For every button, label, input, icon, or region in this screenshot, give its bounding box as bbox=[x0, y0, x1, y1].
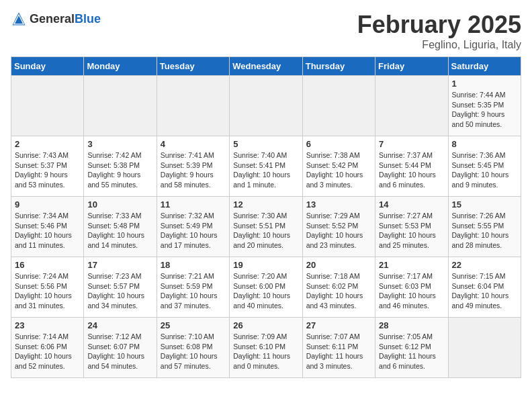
week-row-5: 23Sunrise: 7:14 AM Sunset: 6:06 PM Dayli… bbox=[11, 318, 521, 378]
day-number: 18 bbox=[161, 260, 226, 270]
day-info: Sunrise: 7:05 AM Sunset: 6:12 PM Dayligh… bbox=[379, 332, 444, 371]
day-info: Sunrise: 7:12 AM Sunset: 6:07 PM Dayligh… bbox=[87, 332, 152, 371]
day-info: Sunrise: 7:14 AM Sunset: 6:06 PM Dayligh… bbox=[15, 332, 80, 371]
day-number: 3 bbox=[87, 139, 152, 149]
day-info: Sunrise: 7:26 AM Sunset: 5:55 PM Dayligh… bbox=[452, 211, 517, 250]
day-info: Sunrise: 7:27 AM Sunset: 5:53 PM Dayligh… bbox=[379, 211, 444, 250]
page-header: GeneralBlue February 2025 Feglino, Ligur… bbox=[11, 11, 521, 51]
day-cell bbox=[375, 76, 448, 136]
day-cell bbox=[84, 76, 157, 136]
day-number: 8 bbox=[452, 139, 517, 149]
week-row-3: 9Sunrise: 7:34 AM Sunset: 5:46 PM Daylig… bbox=[11, 197, 521, 257]
day-info: Sunrise: 7:24 AM Sunset: 5:56 PM Dayligh… bbox=[15, 271, 80, 311]
day-info: Sunrise: 7:33 AM Sunset: 5:48 PM Dayligh… bbox=[87, 211, 152, 250]
day-number: 26 bbox=[233, 320, 298, 330]
calendar-table: SundayMondayTuesdayWednesdayThursdayFrid… bbox=[11, 56, 521, 378]
day-number: 22 bbox=[452, 260, 517, 270]
header-cell-monday: Monday bbox=[84, 57, 157, 76]
day-info: Sunrise: 7:10 AM Sunset: 6:08 PM Dayligh… bbox=[161, 332, 226, 371]
header-cell-saturday: Saturday bbox=[448, 57, 521, 76]
day-number: 1 bbox=[452, 79, 517, 89]
day-info: Sunrise: 7:21 AM Sunset: 5:59 PM Dayligh… bbox=[161, 271, 226, 311]
day-cell: 16Sunrise: 7:24 AM Sunset: 5:56 PM Dayli… bbox=[11, 257, 84, 318]
day-cell: 21Sunrise: 7:17 AM Sunset: 6:03 PM Dayli… bbox=[375, 257, 448, 318]
day-number: 23 bbox=[15, 320, 80, 330]
day-info: Sunrise: 7:40 AM Sunset: 5:41 PM Dayligh… bbox=[233, 150, 298, 190]
logo-icon bbox=[11, 11, 27, 27]
day-cell: 23Sunrise: 7:14 AM Sunset: 6:06 PM Dayli… bbox=[11, 318, 84, 378]
day-number: 12 bbox=[233, 199, 298, 210]
day-number: 6 bbox=[306, 139, 371, 149]
day-cell: 4Sunrise: 7:41 AM Sunset: 5:39 PM Daylig… bbox=[157, 136, 229, 197]
day-info: Sunrise: 7:36 AM Sunset: 5:45 PM Dayligh… bbox=[452, 150, 517, 190]
day-number: 19 bbox=[233, 260, 298, 270]
day-info: Sunrise: 7:23 AM Sunset: 5:57 PM Dayligh… bbox=[87, 271, 152, 311]
day-cell: 7Sunrise: 7:37 AM Sunset: 5:44 PM Daylig… bbox=[375, 136, 448, 197]
header-cell-sunday: Sunday bbox=[11, 57, 84, 76]
day-number: 15 bbox=[452, 199, 517, 210]
header-cell-thursday: Thursday bbox=[302, 57, 375, 76]
day-cell: 1Sunrise: 7:44 AM Sunset: 5:35 PM Daylig… bbox=[448, 76, 521, 136]
day-cell bbox=[157, 76, 229, 136]
day-cell bbox=[302, 76, 375, 136]
day-number: 21 bbox=[379, 260, 444, 270]
logo-general: General bbox=[30, 12, 75, 26]
day-cell: 14Sunrise: 7:27 AM Sunset: 5:53 PM Dayli… bbox=[375, 197, 448, 257]
day-number: 17 bbox=[87, 260, 152, 270]
day-number: 24 bbox=[87, 320, 152, 330]
day-cell: 20Sunrise: 7:18 AM Sunset: 6:02 PM Dayli… bbox=[302, 257, 375, 318]
day-cell: 3Sunrise: 7:42 AM Sunset: 5:38 PM Daylig… bbox=[84, 136, 157, 197]
day-cell: 28Sunrise: 7:05 AM Sunset: 6:12 PM Dayli… bbox=[375, 318, 448, 378]
logo: GeneralBlue bbox=[11, 11, 101, 27]
day-number: 2 bbox=[15, 139, 80, 149]
day-info: Sunrise: 7:07 AM Sunset: 6:11 PM Dayligh… bbox=[306, 332, 371, 371]
day-number: 4 bbox=[161, 139, 226, 149]
day-cell: 5Sunrise: 7:40 AM Sunset: 5:41 PM Daylig… bbox=[230, 136, 302, 197]
day-cell: 25Sunrise: 7:10 AM Sunset: 6:08 PM Dayli… bbox=[157, 318, 229, 378]
day-number: 14 bbox=[379, 199, 444, 210]
week-row-2: 2Sunrise: 7:43 AM Sunset: 5:37 PM Daylig… bbox=[11, 136, 521, 197]
day-cell: 18Sunrise: 7:21 AM Sunset: 5:59 PM Dayli… bbox=[157, 257, 229, 318]
day-cell: 9Sunrise: 7:34 AM Sunset: 5:46 PM Daylig… bbox=[11, 197, 84, 257]
day-info: Sunrise: 7:18 AM Sunset: 6:02 PM Dayligh… bbox=[306, 271, 371, 311]
day-number: 13 bbox=[306, 199, 371, 210]
day-cell: 19Sunrise: 7:20 AM Sunset: 6:00 PM Dayli… bbox=[230, 257, 302, 318]
day-cell: 8Sunrise: 7:36 AM Sunset: 5:45 PM Daylig… bbox=[448, 136, 521, 197]
day-number: 5 bbox=[233, 139, 298, 149]
title-area: February 2025 Feglino, Liguria, Italy bbox=[357, 11, 521, 51]
day-cell: 11Sunrise: 7:32 AM Sunset: 5:49 PM Dayli… bbox=[157, 197, 229, 257]
day-number: 25 bbox=[161, 320, 226, 330]
day-info: Sunrise: 7:32 AM Sunset: 5:49 PM Dayligh… bbox=[161, 211, 226, 250]
day-info: Sunrise: 7:41 AM Sunset: 5:39 PM Dayligh… bbox=[161, 150, 226, 190]
day-cell: 13Sunrise: 7:29 AM Sunset: 5:52 PM Dayli… bbox=[302, 197, 375, 257]
location-subtitle: Feglino, Liguria, Italy bbox=[357, 39, 521, 51]
day-cell: 24Sunrise: 7:12 AM Sunset: 6:07 PM Dayli… bbox=[84, 318, 157, 378]
header-row: SundayMondayTuesdayWednesdayThursdayFrid… bbox=[11, 57, 521, 76]
day-cell: 22Sunrise: 7:15 AM Sunset: 6:04 PM Dayli… bbox=[448, 257, 521, 318]
day-number: 27 bbox=[306, 320, 371, 330]
day-cell: 27Sunrise: 7:07 AM Sunset: 6:11 PM Dayli… bbox=[302, 318, 375, 378]
day-info: Sunrise: 7:09 AM Sunset: 6:10 PM Dayligh… bbox=[233, 332, 298, 371]
day-info: Sunrise: 7:34 AM Sunset: 5:46 PM Dayligh… bbox=[15, 211, 80, 250]
week-row-1: 1Sunrise: 7:44 AM Sunset: 5:35 PM Daylig… bbox=[11, 76, 521, 136]
day-number: 11 bbox=[161, 199, 226, 210]
day-number: 7 bbox=[379, 139, 444, 149]
day-info: Sunrise: 7:17 AM Sunset: 6:03 PM Dayligh… bbox=[379, 271, 444, 311]
day-number: 20 bbox=[306, 260, 371, 270]
day-cell bbox=[11, 76, 84, 136]
header-cell-wednesday: Wednesday bbox=[230, 57, 302, 76]
logo-blue: Blue bbox=[75, 12, 101, 26]
day-cell: 12Sunrise: 7:30 AM Sunset: 5:51 PM Dayli… bbox=[230, 197, 302, 257]
day-cell: 17Sunrise: 7:23 AM Sunset: 5:57 PM Dayli… bbox=[84, 257, 157, 318]
header-cell-friday: Friday bbox=[375, 57, 448, 76]
day-info: Sunrise: 7:44 AM Sunset: 5:35 PM Dayligh… bbox=[452, 90, 517, 130]
day-info: Sunrise: 7:29 AM Sunset: 5:52 PM Dayligh… bbox=[306, 211, 371, 250]
week-row-4: 16Sunrise: 7:24 AM Sunset: 5:56 PM Dayli… bbox=[11, 257, 521, 318]
day-number: 16 bbox=[15, 260, 80, 270]
month-title: February 2025 bbox=[357, 11, 521, 39]
day-cell bbox=[448, 318, 521, 378]
day-info: Sunrise: 7:20 AM Sunset: 6:00 PM Dayligh… bbox=[233, 271, 298, 311]
day-cell: 6Sunrise: 7:38 AM Sunset: 5:42 PM Daylig… bbox=[302, 136, 375, 197]
day-info: Sunrise: 7:15 AM Sunset: 6:04 PM Dayligh… bbox=[452, 271, 517, 311]
day-number: 9 bbox=[15, 199, 80, 210]
